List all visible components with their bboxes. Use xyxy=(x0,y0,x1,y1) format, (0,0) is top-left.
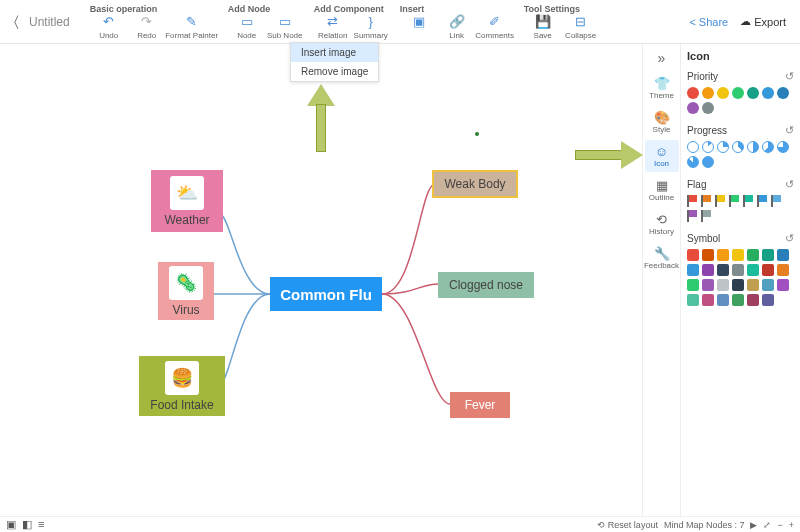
progress-swatch[interactable] xyxy=(687,141,699,153)
back-button[interactable]: 〈 xyxy=(8,13,25,30)
symbol-swatch[interactable] xyxy=(747,249,759,261)
flag-swatch[interactable] xyxy=(701,210,712,222)
priority-swatch[interactable] xyxy=(702,87,714,99)
collapse-button[interactable]: ⊟Collapse xyxy=(562,15,600,40)
reset-layout-button[interactable]: ⟲ Reset layout xyxy=(597,520,658,530)
priority-swatch[interactable] xyxy=(687,102,699,114)
tab-history[interactable]: ⟲History xyxy=(645,208,679,240)
save-button[interactable]: 💾Save xyxy=(524,15,562,40)
redo-button[interactable]: ↷Redo xyxy=(128,15,166,40)
symbol-swatch[interactable] xyxy=(732,264,744,276)
priority-swatch[interactable] xyxy=(762,87,774,99)
node-clogged-nose[interactable]: Clogged nose xyxy=(438,272,534,298)
symbol-swatch[interactable] xyxy=(777,264,789,276)
priority-swatch[interactable] xyxy=(687,87,699,99)
add-subnode-button[interactable]: ▭Sub Node xyxy=(266,15,304,40)
tab-outline[interactable]: ▦Outline xyxy=(645,174,679,206)
symbol-swatch[interactable] xyxy=(687,294,699,306)
reset-symbol-button[interactable]: ↺ xyxy=(785,232,794,245)
reset-progress-button[interactable]: ↺ xyxy=(785,124,794,137)
symbol-swatch[interactable] xyxy=(747,279,759,291)
symbol-swatch[interactable] xyxy=(702,294,714,306)
flag-swatch[interactable] xyxy=(743,195,754,207)
view-mode-3-button[interactable]: ≡ xyxy=(38,518,44,531)
flag-swatch[interactable] xyxy=(771,195,782,207)
symbol-swatch[interactable] xyxy=(702,279,714,291)
symbol-swatch[interactable] xyxy=(762,264,774,276)
export-button[interactable]: ☁Export xyxy=(734,15,792,28)
symbol-swatch[interactable] xyxy=(762,279,774,291)
menu-item-insert-image[interactable]: Insert image xyxy=(291,43,378,62)
priority-swatch[interactable] xyxy=(747,87,759,99)
share-button[interactable]: <Share xyxy=(683,16,734,28)
view-mode-1-button[interactable]: ▣ xyxy=(6,518,16,531)
node-fever[interactable]: Fever xyxy=(450,392,510,418)
symbol-swatch[interactable] xyxy=(687,249,699,261)
relation-button[interactable]: ⇄Relation xyxy=(314,15,352,40)
undo-button[interactable]: ↶Undo xyxy=(90,15,128,40)
zoom-in-button[interactable]: + xyxy=(789,520,794,530)
symbol-swatch[interactable] xyxy=(717,294,729,306)
priority-swatch[interactable] xyxy=(717,87,729,99)
symbol-swatch[interactable] xyxy=(687,264,699,276)
summary-button[interactable]: }Summary xyxy=(352,15,390,40)
progress-swatch[interactable] xyxy=(762,141,774,153)
zoom-fit-button[interactable]: ⤢ xyxy=(763,520,771,530)
reset-priority-button[interactable]: ↺ xyxy=(785,70,794,83)
symbol-swatch[interactable] xyxy=(777,249,789,261)
priority-swatch[interactable] xyxy=(777,87,789,99)
insert-image-button[interactable]: ▣. xyxy=(400,15,438,40)
collapse-panel-button[interactable]: » xyxy=(658,50,666,66)
add-node-button[interactable]: ▭Node xyxy=(228,15,266,40)
tab-theme[interactable]: 👕Theme xyxy=(645,72,679,104)
view-mode-2-button[interactable]: ◧ xyxy=(22,518,32,531)
flag-swatch[interactable] xyxy=(729,195,740,207)
insert-comments-button[interactable]: ✐Comments xyxy=(476,15,514,40)
symbol-swatch[interactable] xyxy=(747,264,759,276)
reset-flag-button[interactable]: ↺ xyxy=(785,178,794,191)
progress-swatch[interactable] xyxy=(732,141,744,153)
outline-icon: ▦ xyxy=(656,178,668,193)
progress-swatch[interactable] xyxy=(687,156,699,168)
tab-feedback[interactable]: 🔧Feedback xyxy=(645,242,679,274)
document-title[interactable]: Untitled xyxy=(25,15,80,29)
format-painter-button[interactable]: ✎Format Painter xyxy=(166,15,218,40)
mindmap-canvas[interactable]: Common Flu ⛅ Weather 🦠 Virus 🍔 Food Inta… xyxy=(0,44,642,516)
tab-icon[interactable]: ☺Icon xyxy=(645,140,679,172)
priority-swatch[interactable] xyxy=(732,87,744,99)
flag-swatch[interactable] xyxy=(715,195,726,207)
progress-swatch[interactable] xyxy=(777,141,789,153)
progress-swatch[interactable] xyxy=(702,141,714,153)
symbol-swatch[interactable] xyxy=(717,264,729,276)
symbol-swatch[interactable] xyxy=(717,279,729,291)
node-weather[interactable]: ⛅ Weather xyxy=(151,170,223,232)
symbol-swatch[interactable] xyxy=(717,249,729,261)
flag-swatch[interactable] xyxy=(701,195,712,207)
presentation-button[interactable]: ▶ xyxy=(750,520,757,530)
progress-swatch[interactable] xyxy=(702,156,714,168)
symbol-swatch[interactable] xyxy=(762,249,774,261)
flag-swatch[interactable] xyxy=(757,195,768,207)
zoom-out-button[interactable]: − xyxy=(777,520,782,530)
node-center[interactable]: Common Flu xyxy=(270,277,382,311)
flag-swatch[interactable] xyxy=(687,210,698,222)
symbol-swatch[interactable] xyxy=(747,294,759,306)
symbol-swatch[interactable] xyxy=(702,264,714,276)
symbol-swatch[interactable] xyxy=(732,249,744,261)
symbol-swatch[interactable] xyxy=(732,279,744,291)
node-virus[interactable]: 🦠 Virus xyxy=(158,262,214,320)
progress-swatch[interactable] xyxy=(747,141,759,153)
symbol-swatch[interactable] xyxy=(777,279,789,291)
symbol-swatch[interactable] xyxy=(732,294,744,306)
symbol-swatch[interactable] xyxy=(702,249,714,261)
symbol-swatch[interactable] xyxy=(687,279,699,291)
symbol-swatch[interactable] xyxy=(762,294,774,306)
node-weak-body[interactable]: Weak Body xyxy=(432,170,518,198)
insert-link-button[interactable]: 🔗Link xyxy=(438,15,476,40)
menu-item-remove-image[interactable]: Remove image xyxy=(291,62,378,81)
node-food-intake[interactable]: 🍔 Food Intake xyxy=(139,356,225,416)
priority-swatch[interactable] xyxy=(702,102,714,114)
tab-style[interactable]: 🎨Style xyxy=(645,106,679,138)
progress-swatch[interactable] xyxy=(717,141,729,153)
flag-swatch[interactable] xyxy=(687,195,698,207)
